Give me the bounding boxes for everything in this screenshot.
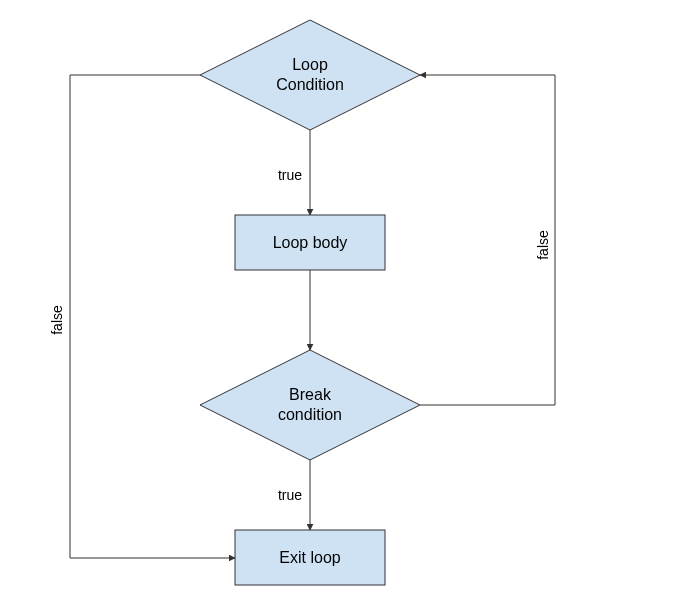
loop-condition-node: Loop Condition [200, 20, 420, 130]
svg-marker-0 [200, 20, 420, 130]
edge-cond-to-exit [70, 75, 235, 558]
edge-label-break-to-exit: true [278, 487, 302, 503]
edge-label-cond-to-exit: false [49, 305, 65, 335]
break-condition-label-2: condition [278, 406, 342, 423]
break-condition-label-1: Break [289, 386, 332, 403]
loop-condition-label-2: Condition [276, 76, 344, 93]
loop-body-node: Loop body [235, 215, 385, 270]
edge-label-cond-to-body: true [278, 167, 302, 183]
loop-body-label: Loop body [273, 234, 348, 251]
loop-condition-label-1: Loop [292, 56, 328, 73]
svg-marker-2 [200, 350, 420, 460]
exit-loop-node: Exit loop [235, 530, 385, 585]
break-condition-node: Break condition [200, 350, 420, 460]
exit-loop-label: Exit loop [279, 549, 340, 566]
flowchart-diagram: Loop Condition true Loop body Break cond… [0, 0, 673, 607]
edge-label-break-to-cond: false [535, 230, 551, 260]
